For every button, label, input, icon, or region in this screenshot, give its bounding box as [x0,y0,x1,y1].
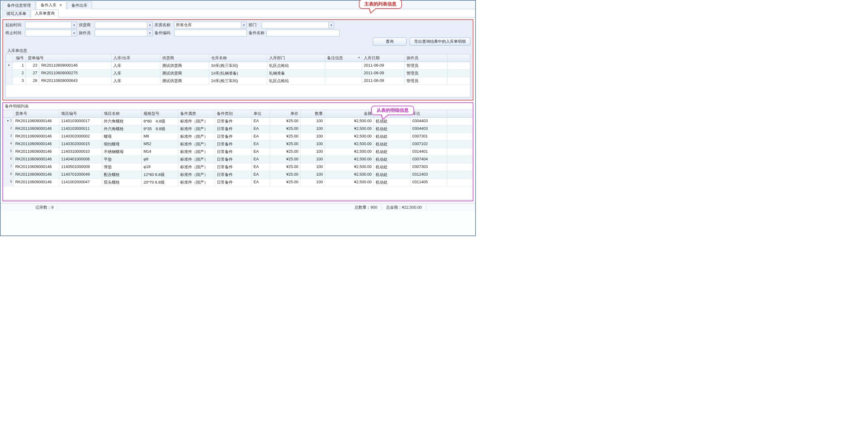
cell-operator: 管理员 [405,70,447,77]
cell-name: 双头螺栓 [102,179,142,186]
chevron-down-icon[interactable]: ▾ [71,30,77,36]
tab-parts-info[interactable]: 备件信息管理 [2,1,35,9]
supplier-select[interactable]: ▾ [95,22,153,28]
cell-bill: RK20110609000146 [13,171,59,178]
table-row[interactable]: 227RK20110609000275入库测试供货商1#库(轧钢准备)轧钢准备2… [6,70,470,77]
chevron-down-icon[interactable]: ▾ [71,22,77,28]
col-remark[interactable]: 备注信息 [325,54,362,62]
chevron-down-icon[interactable]: ▾ [147,30,152,36]
table-row[interactable]: 9RK201106090001461141002000047双头螺栓20*70 … [3,179,473,186]
cell-supplier: 测试供货商 [160,62,209,69]
sub-tabs: 填写入库单 入库单查询 [1,9,475,18]
cell-price: ¥25.00 [270,141,301,148]
close-icon[interactable]: × [60,3,62,7]
chevron-down-icon[interactable]: ▾ [241,22,246,28]
col-cat1[interactable]: 备件属类 [178,110,215,117]
row-indicator [6,70,12,77]
col-bill[interactable]: 货单编号 [26,54,112,62]
cell-cat2: 日常备件 [215,179,252,186]
cell-operator: 管理员 [405,77,447,85]
tab-parts-out[interactable]: 备件出库 [67,1,92,9]
col-supplier[interactable]: 供货商 [160,54,209,62]
cell-cat2: 日常备件 [215,118,252,125]
start-time-input[interactable]: ▾ [25,22,77,28]
cell-supplier: 测试供货商 [160,77,209,85]
cell-amount: ¥2,500.00 [325,163,374,171]
total-amount: 总金额：¥22,500.00 [382,205,426,210]
cell-code: 1140501000009 [59,163,102,171]
dept-select[interactable]: ▾ [261,22,334,28]
cell-unit: EA [252,156,270,163]
part-name-input[interactable] [266,30,340,36]
cell-amount: ¥2,500.00 [325,141,374,148]
cell-unit: EA [252,141,270,148]
tab-parts-in[interactable]: 备件入库 × [36,1,66,9]
col-cat2[interactable]: 备件类别 [215,110,252,117]
col-item-name[interactable]: 项目名称 [102,110,142,117]
table-row[interactable]: 328RK20110609000643入库测试供货商2#库(检三车间)轧区点检站… [6,77,470,85]
table-row[interactable]: 2RK201106090001461140103000011外六角螺栓8*35 … [3,125,473,133]
subtab-query-in[interactable]: 入库单查询 [31,9,59,18]
cell-loc: 0312403 [410,171,447,178]
cell-warehouse: 3#库(检三车间) [209,62,267,69]
operator-select[interactable]: ▾ [95,30,153,36]
cell-loc: 0307301 [410,133,447,140]
col-warehouse[interactable]: 仓库名称 [209,54,267,62]
row-indicator: 8 [3,171,13,178]
col-no[interactable]: 编号 [12,54,26,62]
cell-io: 入库 [112,77,160,85]
row-indicator: 9 [3,179,13,186]
chevron-down-icon[interactable]: ▾ [328,22,334,28]
cell-spec: φ18 [142,163,178,171]
col-spec[interactable]: 规格型号 [142,110,178,117]
col-bill-no[interactable]: 货单号 [13,110,59,117]
table-row[interactable]: ▸ 1RK201106090001461140103000017外六角螺栓8*8… [3,118,473,125]
cell-no: 27 [26,70,39,77]
export-button[interactable]: 导出查询结果中的入库单明细 [409,37,470,45]
cell-name: 细扣螺母 [102,141,142,148]
cell-cat1: 标准件（国产） [178,156,215,163]
warehouse-select[interactable]: 所有仓库▾ [174,22,247,28]
subtab-fill-in[interactable]: 填写入库单 [2,10,30,18]
col-unit[interactable]: 单位 [252,110,270,117]
cell-cat1: 标准件（国产） [178,118,215,125]
cell-remark [325,62,362,69]
cell-amount: ¥2,500.00 [325,148,374,155]
query-button[interactable]: 查询 [373,37,406,45]
filter-panel: 起始时间 ▾ 供货商 ▾ 库房名称 所有仓库▾ 部门 ▾ 终止时间 ▾ 操作员 … [2,19,473,100]
col-date[interactable]: 入库日期 [362,54,405,62]
col-price[interactable]: 单价 [270,110,301,117]
table-row[interactable]: 4RK201106090001461140302000015细扣螺母M52标准件… [3,141,473,148]
row-indicator-header [3,110,13,117]
col-item-code[interactable]: 项目编号 [59,110,102,117]
record-count: 记录数：9 [31,205,58,210]
col-operator[interactable]: 操作员 [405,54,447,62]
detail-panel: 备件明细列表 货单号 项目编号 项目名称 规格型号 备件属类 备件类别 单位 单… [2,102,473,201]
master-grid-header: 编号 货单编号 入库/出库 供货商 仓库名称 入库部门 备注信息 入库日期 操作… [6,54,470,62]
label-warehouse: 库房名称 [155,22,172,28]
table-row[interactable]: 3RK201106090001461140302000002螺母M8标准件（国产… [3,133,473,141]
table-row[interactable]: 8RK201106090001461140701000049配合螺栓12*60 … [3,171,473,179]
col-qty[interactable]: 数量 [301,110,325,117]
col-io[interactable]: 入库/出库 [112,54,160,62]
col-dept[interactable]: 入库部门 [267,54,325,62]
table-row[interactable]: 5RK201106090001461140310000010不锈钢螺母M14标准… [3,148,473,156]
end-time-input[interactable]: ▾ [25,30,77,36]
cell-loc: 0307404 [410,156,447,163]
col-loc[interactable]: 库位 [410,110,447,117]
cell-src: 机动处 [374,156,410,163]
col-amount[interactable]: 金额 [325,110,374,117]
part-code-input[interactable] [174,30,247,36]
chevron-down-icon[interactable]: ▾ [147,22,152,28]
cell-price: ¥25.00 [270,125,301,132]
cell-cat2: 日常备件 [215,148,252,155]
label-part-code: 备件编码 [155,30,172,36]
table-row[interactable]: 7RK201106090001461140501000009弹垫φ18标准件（国… [3,163,473,171]
cell-price: ¥25.00 [270,179,301,186]
cell-no: 28 [26,77,39,85]
cell-loc: 0304403 [410,118,447,125]
cell-code: 1140701000049 [59,171,102,178]
table-row[interactable]: ▸123RK20110609000146入库测试供货商3#库(检三车间)轧区点检… [6,62,470,70]
table-row[interactable]: 6RK201106090001461140401000006平垫φ8标准件（国产… [3,156,473,163]
cell-cat2: 日常备件 [215,125,252,132]
